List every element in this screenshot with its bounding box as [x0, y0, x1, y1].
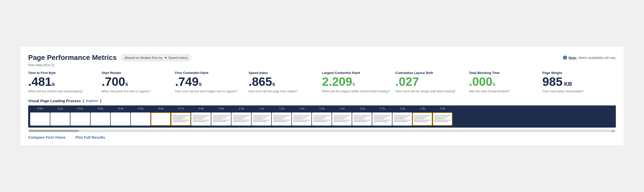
time-label-13: 1.3s [292, 107, 312, 110]
frame-7[interactable] [171, 112, 191, 126]
frame-4[interactable] [111, 112, 130, 126]
metric-item-3: Speed Index .865s How soon did the page … [249, 71, 322, 94]
frame-13[interactable] [292, 112, 311, 126]
metric-label-0: Time to First Byte [28, 71, 97, 75]
frame-3[interactable] [91, 112, 110, 126]
note-text: Metric availability will vary [578, 56, 616, 60]
metric-label-7: Page Weight [542, 71, 611, 75]
time-label-18: 1.8s [392, 107, 413, 110]
filmstrip-timeline: 0.0s0.1s0.2s0.3s0.4s0.5s0.6s0.7s0.8s0.9s… [28, 105, 616, 111]
frame-16[interactable] [352, 112, 372, 126]
metric-description-6: Was the main thread blocked? [469, 89, 537, 94]
metric-item-5: Cumulative Layout Shift .027 How much di… [395, 71, 469, 94]
time-label-11: 1.1s [252, 107, 272, 110]
metric-value-5: .027 [395, 76, 464, 88]
info-icon: i [563, 56, 567, 60]
median-badge-text: (Based on Median Run by: ▼ Speed Index) [125, 56, 188, 60]
metric-label-1: Start Render [102, 71, 170, 75]
metric-value-4: 2.209s [322, 76, 390, 88]
scrollbar[interactable] [28, 130, 616, 132]
metric-label-6: Total Blocking Time [469, 71, 537, 75]
metric-value-6: .000s [469, 76, 537, 88]
time-label-12: 1.2s [272, 107, 292, 110]
explore-link[interactable]: Explore [86, 99, 98, 103]
frame-6[interactable] [151, 112, 171, 126]
time-label-3: 0.3s [91, 107, 111, 110]
compare-first-views-link[interactable]: Compare First Views [28, 135, 65, 139]
frame-19[interactable] [413, 112, 432, 126]
metric-description-7: How many bytes downloaded? [542, 89, 611, 94]
metric-item-0: Time to First Byte .481s When did the co… [28, 71, 102, 94]
time-label-1: 0.1s [50, 107, 70, 110]
metric-description-5: How much did the design shift while load… [395, 89, 464, 94]
section-title: Visual Page Loading Process (Explore) [28, 99, 616, 103]
frame-14[interactable] [312, 112, 332, 126]
frame-0[interactable] [30, 112, 50, 126]
scrollbar-area: ◄ ► [28, 130, 616, 132]
metric-item-4: Largest Contentful Paint 2.209s When did… [322, 71, 395, 94]
header-row: Page Performance Metrics (Based on Media… [28, 54, 616, 62]
median-badge[interactable]: (Based on Median Run by: ▼ Speed Index) [121, 54, 191, 61]
time-label-8: 0.8s [191, 107, 211, 110]
metric-description-0: When did the content start downloading? [28, 89, 97, 94]
section-title-text: Visual Page Loading Process [28, 99, 81, 103]
frame-20[interactable] [433, 112, 452, 126]
metric-item-2: First Contentful Paint .749s How soon di… [175, 71, 249, 94]
scroll-right-icon[interactable]: ► [612, 129, 615, 133]
metric-label-4: Largest Contentful Paint [322, 71, 390, 75]
frame-18[interactable] [392, 112, 412, 126]
metric-value-1: .700s [102, 76, 170, 88]
time-label-10: 1.0s [231, 107, 252, 110]
metric-label-5: Cumulative Layout Shift [395, 71, 464, 75]
frame-1[interactable] [50, 112, 70, 126]
time-label-14: 1.4s [312, 107, 332, 110]
plot-full-results-link[interactable]: Plot Full Results [75, 135, 105, 139]
frame-5[interactable] [131, 112, 150, 126]
frame-10[interactable] [231, 112, 251, 126]
metric-item-7: Page Weight 985 KB How many bytes downlo… [542, 71, 616, 94]
time-label-2: 0.2s [70, 107, 91, 110]
first-view-label: First View (Run 2) [28, 63, 616, 67]
metric-description-2: How soon did text and images start to ap… [175, 89, 244, 94]
frame-9[interactable] [211, 112, 231, 126]
bottom-links: Compare First Views Plot Full Results [28, 135, 616, 139]
metric-label-3: Speed Index [249, 71, 317, 75]
time-label-0: 0.0s [30, 107, 50, 110]
time-label-6: 0.6s [151, 107, 171, 110]
note-area: i Note: Metric availability will vary [563, 56, 616, 60]
page-title: Page Performance Metrics [28, 54, 117, 62]
metric-value-2: .749s [175, 76, 244, 88]
time-label-4: 0.4s [111, 107, 131, 110]
time-label-5: 0.5s [131, 107, 151, 110]
metric-item-6: Total Blocking Time .000s Was the main t… [469, 71, 542, 94]
time-label-7: 0.7s [171, 107, 191, 110]
time-label-15: 1.5s [332, 107, 352, 110]
metrics-row: Time to First Byte .481s When did the co… [28, 71, 616, 94]
metric-item-1: Start Render .700s When did pixels first… [102, 71, 175, 94]
filmstrip-frames [28, 111, 616, 128]
frame-12[interactable] [272, 112, 291, 126]
scrollbar-thumb [29, 130, 79, 132]
run-link[interactable]: Run 2 [45, 63, 53, 67]
frame-2[interactable] [70, 112, 90, 126]
time-label-9: 0.9s [211, 107, 231, 110]
time-label-20: 2.0s [433, 107, 453, 110]
time-label-17: 1.7s [372, 107, 392, 110]
metric-value-3: .865s [249, 76, 317, 88]
metric-description-3: How soon did the page look usable? [249, 89, 317, 94]
title-area: Page Performance Metrics (Based on Media… [28, 54, 191, 62]
page-performance-card: Page Performance Metrics (Based on Media… [20, 47, 624, 145]
frame-8[interactable] [191, 112, 211, 126]
time-label-19: 1.9s [413, 107, 433, 110]
metric-description-4: When did the largest visible content fin… [322, 89, 390, 94]
metric-description-1: When did pixels first start to appear? [102, 89, 170, 94]
section-separator: ( [83, 99, 84, 103]
filmstrip-container: 0.0s0.1s0.2s0.3s0.4s0.5s0.6s0.7s0.8s0.9s… [28, 105, 616, 128]
frame-11[interactable] [252, 112, 271, 126]
metric-value-0: .481s [28, 76, 97, 88]
metric-label-2: First Contentful Paint [175, 71, 244, 75]
frame-15[interactable] [332, 112, 352, 126]
metric-value-7: 985 KB [542, 76, 611, 88]
note-label: Note: [569, 56, 577, 60]
frame-17[interactable] [372, 112, 392, 126]
